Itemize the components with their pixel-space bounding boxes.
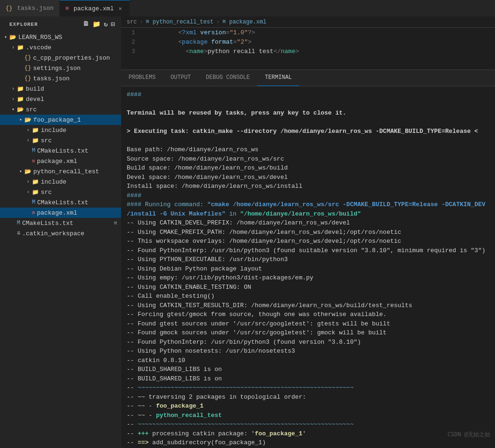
terminal-line-hash2: #### [127,191,489,201]
sidebar-item-cmake-root[interactable]: M CMakeLists.txt ≡ [0,218,121,228]
sidebar-item-src[interactable]: 📂 src [0,104,121,115]
tab-package-xml-label: package.xml [74,5,114,12]
sidebar-foo-label: foo_package_1 [33,116,81,124]
sidebar-item-pkg-xml-foo[interactable]: ⌘ package.xml [0,156,121,166]
sidebar-item-src-python[interactable]: 📁 src [0,187,121,197]
terminal-line-gmock-found: -- Found gmock sources under '/usr/src/g… [127,328,489,338]
terminal-line-pkg2: -- ~~ - python_recall_test [127,411,489,420]
sidebar-item-build[interactable]: 📁 build [0,84,121,94]
devel-folder-icon: 📁 [17,96,24,103]
terminal-line-install: Install space: /home/dianye/learn_ros_ws… [127,182,489,191]
terminal-line-running2: /install -G Unix Makefiles" in "/home/di… [127,209,489,219]
sidebar-cmake-foo-label: CMakeLists.txt [37,147,88,154]
breadcrumb-sep2: › [216,19,220,25]
breadcrumb-python-recall: ⌘ python_recall_test [146,18,213,25]
tab-tasks-json[interactable]: {} tasks.json [0,0,60,16]
sidebar-settings-label: settings.json [33,65,80,72]
cmake-root-icon: M [17,220,20,226]
terminal-line-subdirectory1: -- ==> add_subdirectory(foo_package_1) [127,438,489,448]
terminal-line-overlays: -- This workspace overlays: /home/dianye… [127,237,489,246]
sidebar-header: EXPLORER 🗎 📁 ↻ ⊟ [0,16,121,32]
terminal-line-python-exec: -- Using PYTHON_EXECUTABLE: /usr/bin/pyt… [127,255,489,264]
sidebar-item-tasks-json[interactable]: {} tasks.json [0,73,121,84]
tab-debug-console[interactable]: DEBUG CONSOLE [198,70,258,86]
tab-problems[interactable]: PROBLEMS [121,70,163,86]
terminal-line-source: Source space: /home/dianye/learn_ros_ws/… [127,154,489,164]
tab-close-button[interactable]: ✕ [116,5,124,12]
sidebar-header-icons: 🗎 📁 ↻ ⊟ [83,20,115,28]
sidebar-item-root[interactable]: 📂 LEARN_ROS_WS [0,32,121,42]
sidebar-item-settings[interactable]: {} settings.json [0,63,121,73]
include1-arrow [24,126,32,134]
sidebar-cmake-root-label: CMakeLists.txt [22,220,73,227]
terminal-line-debian: -- Using Debian Python package layout [127,264,489,274]
src-foo-icon: 📁 [32,137,39,144]
terminal-line-sep1: -- ~~~~~~~~~~~~~~~~~~~~~~~~~~~~~~~~~~~~~… [127,383,489,393]
sidebar-item-src-foo[interactable]: 📁 src [0,135,121,146]
cmake-python-icon: M [32,199,35,206]
include2-arrow [24,178,32,185]
breadcrumb: src › ⌘ python_recall_test › ⌘ package.x… [121,16,495,28]
terminal-content[interactable]: #### Terminal will be reused by tasks, p… [121,86,495,448]
sidebar-item-cmake-python[interactable]: M CMakeLists.txt [0,197,121,208]
terminal-line-nosetests: -- Using Python nosetests: /usr/bin/nose… [127,347,489,356]
sidebar-cpp-props-label: c_cpp_properties.json [33,54,110,62]
sidebar-item-devel[interactable]: 📁 devel [0,94,121,104]
sidebar-item-vscode[interactable]: 📁 .vscode [0,42,121,53]
code-editor[interactable]: 1 <?xml version="1.0"?> 2 <package forma… [121,28,495,70]
terminal-line-catkin-devel: -- Using CATKIN_DEVEL_PREFIX: /home/dian… [127,218,489,228]
sidebar-item-include-2[interactable]: 📁 include [0,177,121,187]
sidebar-title: EXPLORER [9,22,38,27]
terminal-line-reuse1: Terminal will be reused by tasks, press … [127,108,489,118]
xml-icon: ⌘ [65,5,69,12]
settings-icon: {} [24,65,31,71]
panel-tabs: PROBLEMS OUTPUT DEBUG CONSOLE TERMINAL [121,70,495,86]
sidebar-item-foo-package[interactable]: 📂 foo_package_1 [0,115,121,125]
sidebar: EXPLORER 🗎 📁 ↻ ⊟ 📂 LEARN_ROS_WS 📁 .vscod… [0,16,121,448]
tab-terminal[interactable]: TERMINAL [257,70,299,86]
sidebar-include1-label: include [41,127,67,134]
sidebar-root-label: LEARN_ROS_WS [18,34,62,41]
json-icon: {} [6,5,12,12]
sidebar-vscode-label: .vscode [26,44,52,51]
terminal-line-cmake-prefix: -- Using CMAKE_PREFIX_PATH: /home/dianye… [127,228,489,237]
sidebar-src-label: src [26,106,37,113]
terminal-line-pkg1: -- ~~ - foo_package_1 [127,402,489,411]
new-file-icon[interactable]: 🗎 [83,20,90,28]
src-python-icon: 📁 [32,189,39,196]
new-folder-icon[interactable]: 📁 [92,20,101,28]
refresh-icon[interactable]: ↻ [104,20,108,28]
tab-output[interactable]: OUTPUT [163,70,198,86]
terminal-line-gtest-force: -- Forcing gtest/gmock from source, thou… [127,310,489,319]
vscode-arrow [9,44,17,51]
pkg-xml-foo-icon: ⌘ [32,158,35,164]
sidebar-item-pkg-xml-python[interactable]: ⌘ package.xml [0,208,121,218]
src-foo-arrow [24,137,32,144]
sidebar-python-recall-label: python_recall_test [33,168,99,175]
build-arrow [9,85,17,93]
code-line-3: 3 <name>python recall test</name> [121,46,495,56]
line-content-3: <name>python recall test</name> [140,41,495,62]
terminal-line-enable-testing: -- Using CATKIN_ENABLE_TESTING: ON [127,283,489,292]
line-num-2: 2 [121,39,140,46]
cmake-foo-icon: M [32,147,35,154]
src-python-arrow [24,188,32,196]
python-recall-arrow [17,168,24,175]
sidebar-item-cmake-foo[interactable]: M CMakeLists.txt [0,146,121,156]
terminal-line-devel: Devel space: /home/dianye/learn_ros_ws/d… [127,173,489,182]
sidebar-item-include-1[interactable]: 📁 include [0,125,121,135]
panel: PROBLEMS OUTPUT DEBUG CONSOLE TERMINAL #… [121,70,495,448]
sidebar-catkin-ws-label: .catkin_workspace [22,230,84,237]
cpp-props-icon: {} [24,54,31,61]
tab-package-xml[interactable]: ⌘ package.xml ✕ [60,0,130,16]
sidebar-item-cpp-props[interactable]: {} c_cpp_properties.json [0,53,121,63]
collapse-icon[interactable]: ⊟ [111,20,115,28]
main-area: EXPLORER 🗎 📁 ↻ ⊟ 📂 LEARN_ROS_WS 📁 .vscod… [0,16,495,448]
tasks-icon: {} [24,75,31,82]
sidebar-item-catkin-ws[interactable]: ≡ .catkin_workspace [0,228,121,239]
terminal-line-blank2 [127,118,489,127]
build-folder-icon: 📁 [17,85,24,93]
breadcrumb-package-xml: ⌘ package.xml [222,18,267,25]
sidebar-item-python-recall[interactable]: 📂 python_recall_test [0,166,121,177]
terminal-line-hash1: #### [127,90,489,100]
